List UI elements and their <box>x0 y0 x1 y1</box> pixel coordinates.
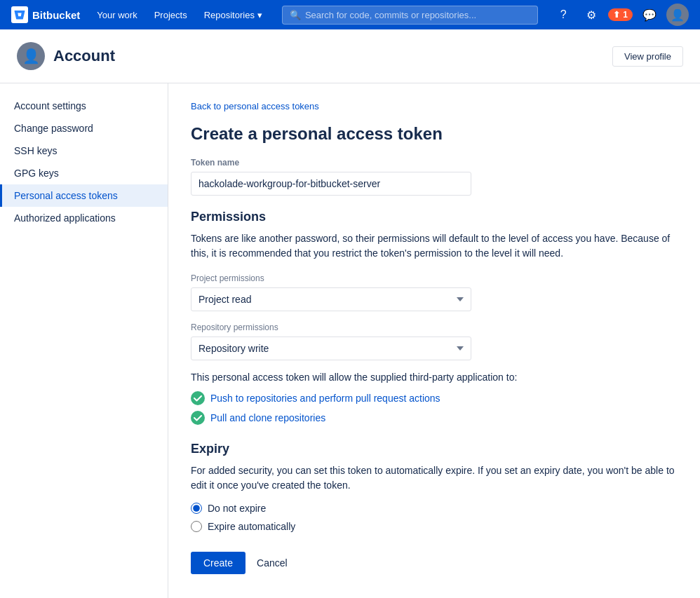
account-avatar: 👤 <box>17 42 45 70</box>
sidebar-item-change-password[interactable]: Change password <box>0 117 168 140</box>
sidebar: Account settings Change password SSH key… <box>0 83 168 598</box>
check-icon-1 <box>191 391 205 405</box>
repository-permissions-group: Repository permissions Repository read R… <box>191 322 678 372</box>
main-layout: Account settings Change password SSH key… <box>0 83 700 598</box>
logo[interactable]: Bitbucket <box>11 6 80 23</box>
repositories-link[interactable]: Repositories ▾ <box>198 7 268 23</box>
top-navigation: Bitbucket Your work Projects Repositorie… <box>0 0 700 29</box>
pull-request-icon: ⬆ <box>613 10 620 20</box>
project-permissions-group: Project permissions Project read Project… <box>191 273 678 322</box>
expire-auto-option[interactable]: Expire automatically <box>191 521 678 532</box>
search-bar[interactable]: 🔍 Search for code, commits or repositori… <box>282 6 538 25</box>
projects-link[interactable]: Projects <box>149 7 193 23</box>
project-permissions-select[interactable]: Project read Project write Project admin <box>191 287 471 311</box>
your-work-link[interactable]: Your work <box>91 7 142 23</box>
permissions-section-title: Permissions <box>191 210 678 224</box>
user-avatar-button[interactable]: 👤 <box>666 4 689 26</box>
token-name-label: Token name <box>191 158 678 168</box>
sidebar-item-authorized-applications[interactable]: Authorized applications <box>0 207 168 229</box>
permissions-description: Tokens are like another password, so the… <box>191 231 678 261</box>
settings-button[interactable]: ⚙ <box>580 4 603 26</box>
notifications-button[interactable]: ⬆ 1 <box>608 8 633 21</box>
sidebar-item-account-settings[interactable]: Account settings <box>0 95 168 117</box>
search-placeholder: Search for code, commits or repositories… <box>305 10 476 20</box>
avatar-person-icon: 👤 <box>22 48 40 64</box>
back-link[interactable]: Back to personal access tokens <box>191 101 319 111</box>
notification-count: 1 <box>623 10 628 20</box>
expiry-section: Expiry For added security, you can set t… <box>191 442 678 532</box>
page-title: Create a personal access token <box>191 124 678 144</box>
no-expire-radio[interactable] <box>191 503 202 514</box>
expire-auto-label: Expire automatically <box>208 521 295 532</box>
token-name-input[interactable] <box>191 172 471 196</box>
expire-auto-radio[interactable] <box>191 521 202 532</box>
permission-label-2: Pull and clone repositories <box>210 412 325 423</box>
account-header-left: 👤 Account <box>17 42 115 70</box>
avatar-icon: 👤 <box>671 8 685 22</box>
repository-permissions-label: Repository permissions <box>191 322 678 332</box>
cancel-button[interactable]: Cancel <box>254 552 290 574</box>
permission-label-1: Push to repositories and perform pull re… <box>210 393 440 404</box>
create-button[interactable]: Create <box>191 552 245 574</box>
check-icon-2 <box>191 411 205 425</box>
project-permissions-label: Project permissions <box>191 273 678 283</box>
logo-text: Bitbucket <box>32 9 80 21</box>
view-profile-button[interactable]: View profile <box>612 46 683 67</box>
no-expire-option[interactable]: Do not expire <box>191 503 678 514</box>
chat-icon: 💬 <box>642 8 657 22</box>
chevron-down-icon: ▾ <box>257 10 262 20</box>
token-name-field-group: Token name <box>191 158 678 210</box>
main-content: Back to personal access tokens Create a … <box>168 83 700 598</box>
expiry-title: Expiry <box>191 442 678 456</box>
no-expire-label: Do not expire <box>208 503 266 514</box>
help-button[interactable]: ? <box>552 4 574 26</box>
permission-item-2: Pull and clone repositories <box>191 411 678 425</box>
expiry-description: For added security, you can set this tok… <box>191 463 678 493</box>
permission-item-1: Push to repositories and perform pull re… <box>191 391 678 405</box>
form-actions: Create Cancel <box>191 552 678 574</box>
bitbucket-logo-icon <box>11 6 28 23</box>
account-header: 👤 Account View profile <box>0 29 700 83</box>
sidebar-item-personal-access-tokens[interactable]: Personal access tokens <box>0 184 168 207</box>
account-title: Account <box>53 47 115 65</box>
conversations-button[interactable]: 💬 <box>638 4 661 26</box>
token-info-text: This personal access token will allow th… <box>191 372 678 383</box>
gear-icon: ⚙ <box>586 8 596 22</box>
help-icon: ? <box>560 8 567 21</box>
sidebar-item-gpg-keys[interactable]: GPG keys <box>0 162 168 184</box>
sidebar-item-ssh-keys[interactable]: SSH keys <box>0 140 168 162</box>
repository-permissions-select[interactable]: Repository read Repository write Reposit… <box>191 337 471 360</box>
search-icon: 🔍 <box>290 10 301 20</box>
